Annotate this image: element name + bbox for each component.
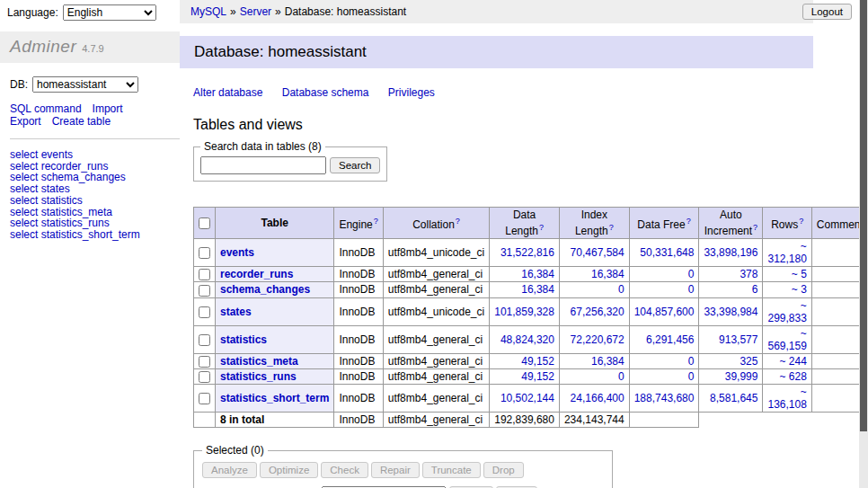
search-button[interactable]: Search — [330, 157, 380, 173]
column-header-table[interactable]: Table — [216, 208, 334, 239]
data-length-link[interactable]: 10,502,144 — [500, 392, 554, 404]
table-name-link[interactable]: states — [220, 306, 252, 318]
data-length-link[interactable]: 101,859,328 — [494, 306, 554, 318]
auto-increment-link[interactable]: 6 — [752, 283, 758, 296]
auto-increment-link[interactable]: 378 — [740, 268, 757, 280]
table-name-link[interactable]: schema_changes — [220, 283, 310, 296]
data-free-link[interactable]: 104,857,600 — [634, 306, 695, 318]
auto-increment-link[interactable]: 913,577 — [719, 333, 757, 346]
column-header-collation[interactable]: Collation? — [383, 208, 489, 239]
rows-count-link[interactable]: ~ 312,180 — [767, 240, 806, 265]
table-name-link[interactable]: statistics — [220, 333, 267, 346]
index-length-link[interactable]: 67,256,320 — [571, 306, 624, 318]
auto-increment-link[interactable]: 8,581,645 — [710, 392, 757, 404]
sidebar-link-create-table[interactable]: Create table — [52, 115, 111, 128]
row-checkbox[interactable] — [199, 285, 210, 297]
index-length-link[interactable]: 72,220,672 — [571, 333, 624, 346]
data-free-link[interactable]: 0 — [688, 355, 695, 368]
sidebar-link-sql-command[interactable]: SQL command — [10, 102, 82, 115]
auto-increment-link[interactable]: 325 — [740, 355, 757, 368]
column-header-rows[interactable]: Rows? — [763, 208, 811, 239]
index-length-link[interactable]: 16,384 — [591, 268, 624, 280]
data-free-link[interactable]: 188,743,680 — [634, 392, 695, 404]
data-length-link[interactable]: 16,384 — [521, 268, 554, 280]
help-link[interactable]: ? — [799, 217, 803, 226]
data-free-link[interactable]: 6,291,456 — [646, 333, 694, 346]
help-link[interactable]: ? — [753, 223, 757, 232]
adminer-logo[interactable]: Adminer4.7.9 — [0, 31, 180, 63]
table-name-link[interactable]: statistics_short_term — [220, 392, 329, 404]
repair-button[interactable]: Repair — [371, 462, 420, 478]
check-all-checkbox[interactable] — [199, 217, 210, 229]
db-select[interactable]: homeassistant — [32, 76, 138, 93]
database-schema-link[interactable]: Database schema — [282, 86, 369, 99]
scrollbar-thumb[interactable] — [860, 0, 867, 431]
data-free-link[interactable]: 0 — [688, 283, 695, 296]
data-length-link[interactable]: 49,152 — [521, 355, 554, 368]
data-length-link[interactable]: 31,522,816 — [500, 246, 554, 259]
auto-increment-link[interactable]: 39,999 — [725, 370, 758, 383]
sidebar-link-import[interactable]: Import — [93, 102, 123, 115]
help-link[interactable]: ? — [374, 217, 378, 226]
privileges-link[interactable]: Privileges — [388, 86, 435, 99]
auto-increment-link[interactable]: 33,898,196 — [704, 246, 757, 259]
index-length-link[interactable]: 70,467,584 — [571, 246, 624, 259]
sidebar-link-export[interactable]: Export — [10, 115, 41, 128]
rows-count-link[interactable]: ~ 136,108 — [767, 386, 806, 411]
table-name-link[interactable]: statistics_meta — [220, 355, 298, 368]
search-input[interactable] — [200, 156, 326, 174]
help-link[interactable]: ? — [686, 217, 691, 226]
help-link[interactable]: ? — [456, 217, 460, 226]
alter-database-link[interactable]: Alter database — [193, 86, 262, 99]
engine-cell: InnoDB — [334, 385, 383, 413]
rows-count-link[interactable]: ~ 3 — [792, 283, 807, 296]
truncate-button[interactable]: Truncate — [422, 462, 481, 478]
sidebar-item-select-events[interactable]: select events — [10, 149, 170, 161]
rows-count-link[interactable]: ~ 569,159 — [767, 327, 806, 352]
logout-button[interactable]: Logout — [802, 4, 852, 20]
row-checkbox[interactable] — [199, 269, 210, 280]
data-length-link[interactable]: 48,824,320 — [500, 333, 554, 346]
column-header-data-length[interactable]: Data Length? — [490, 208, 560, 239]
rows-count-link[interactable]: ~ 299,833 — [767, 299, 806, 324]
data-free-link[interactable]: 0 — [688, 370, 695, 383]
breadcrumb-link-mysql[interactable]: MySQL — [190, 5, 226, 18]
column-header-data-free[interactable]: Data Free? — [629, 208, 699, 239]
data-length-link[interactable]: 16,384 — [521, 283, 554, 296]
rows-count-link[interactable]: ~ 244 — [779, 355, 806, 368]
language-select[interactable]: English — [63, 4, 156, 21]
index-length-link[interactable]: 0 — [618, 283, 624, 296]
data-free-link[interactable]: 50,331,648 — [640, 246, 694, 259]
rows-count-link[interactable]: ~ 628 — [779, 370, 806, 383]
index-length-link[interactable]: 16,384 — [591, 355, 624, 368]
row-checkbox[interactable] — [199, 247, 210, 259]
analyze-button[interactable]: Analyze — [202, 462, 257, 478]
breadcrumb-link-server[interactable]: Server — [240, 5, 271, 18]
index-length-link[interactable]: 24,166,400 — [571, 392, 624, 404]
row-checkbox[interactable] — [199, 356, 210, 368]
table-name-link[interactable]: recorder_runs — [220, 268, 293, 280]
drop-button[interactable]: Drop — [483, 462, 524, 478]
rows-count-link[interactable]: ~ 5 — [792, 268, 807, 280]
column-header-index-length[interactable]: Index Length? — [559, 208, 629, 239]
row-checkbox[interactable] — [199, 306, 210, 318]
index-length-link[interactable]: 0 — [618, 370, 624, 383]
data-length-link[interactable]: 49,152 — [521, 370, 554, 383]
column-header-engine[interactable]: Engine? — [334, 208, 383, 239]
table-name-link[interactable]: events — [220, 246, 254, 259]
column-header-auto-increment[interactable]: Auto Increment? — [699, 208, 763, 239]
row-checkbox[interactable] — [199, 371, 210, 383]
row-checkbox[interactable] — [199, 393, 210, 404]
sidebar-item-select-statistics[interactable]: select statistics — [10, 195, 170, 207]
auto-increment-link[interactable]: 33,398,984 — [704, 306, 757, 318]
check-button[interactable]: Check — [321, 462, 368, 478]
sidebar-item-select-statistics-short-term[interactable]: select statistics_short_term — [10, 229, 170, 241]
help-link[interactable]: ? — [539, 223, 544, 232]
optimize-button[interactable]: Optimize — [260, 462, 318, 478]
data-free-link[interactable]: 0 — [688, 268, 695, 280]
table-name-link[interactable]: statistics_runs — [220, 370, 297, 383]
row-checkbox[interactable] — [199, 334, 210, 346]
sidebar-item-select-states[interactable]: select states — [10, 183, 170, 195]
help-link[interactable]: ? — [609, 223, 614, 232]
language-area: Language:English — [7, 4, 156, 21]
